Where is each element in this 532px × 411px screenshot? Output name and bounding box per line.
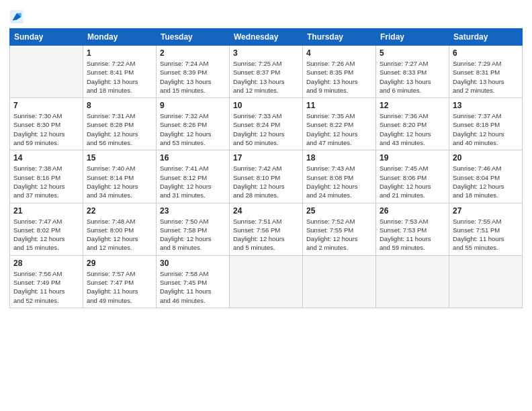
- day-info: Sunrise: 7:33 AMSunset: 8:24 PMDaylight:…: [233, 111, 299, 147]
- day-info: Sunrise: 7:32 AMSunset: 8:26 PMDaylight:…: [160, 111, 226, 147]
- calendar-cell: 27Sunrise: 7:55 AMSunset: 7:51 PMDayligh…: [449, 203, 523, 255]
- calendar-cell: [449, 255, 523, 308]
- day-number: 25: [306, 206, 372, 216]
- calendar-cell: 25Sunrise: 7:52 AMSunset: 7:55 PMDayligh…: [303, 203, 376, 255]
- calendar-cell: 22Sunrise: 7:48 AMSunset: 8:00 PMDayligh…: [83, 203, 157, 255]
- calendar-cell: 15Sunrise: 7:40 AMSunset: 8:14 PMDayligh…: [83, 150, 157, 203]
- day-number: 1: [87, 48, 152, 58]
- weekday-friday: Friday: [376, 29, 449, 46]
- calendar-cell: 14Sunrise: 7:38 AMSunset: 8:16 PMDayligh…: [10, 150, 83, 203]
- calendar-cell: 16Sunrise: 7:41 AMSunset: 8:12 PMDayligh…: [157, 150, 230, 203]
- day-info: Sunrise: 7:51 AMSunset: 7:56 PMDaylight:…: [233, 217, 299, 253]
- day-info: Sunrise: 7:45 AMSunset: 8:06 PMDaylight:…: [380, 164, 445, 199]
- logo-icon: [9, 9, 24, 24]
- day-info: Sunrise: 7:46 AMSunset: 8:04 PMDaylight:…: [453, 164, 519, 199]
- calendar-cell: [376, 255, 449, 308]
- calendar-cell: 3Sunrise: 7:25 AMSunset: 8:37 PMDaylight…: [230, 46, 303, 98]
- day-number: 13: [453, 101, 519, 110]
- day-info: Sunrise: 7:58 AMSunset: 7:45 PMDaylight:…: [160, 269, 226, 305]
- day-number: 17: [233, 153, 299, 163]
- week-row-3: 14Sunrise: 7:38 AMSunset: 8:16 PMDayligh…: [10, 150, 523, 203]
- calendar-cell: 18Sunrise: 7:43 AMSunset: 8:08 PMDayligh…: [303, 150, 376, 203]
- day-number: 5: [380, 48, 445, 58]
- day-number: 11: [306, 101, 372, 110]
- weekday-tuesday: Tuesday: [157, 29, 230, 46]
- day-number: 22: [87, 206, 152, 216]
- day-number: 24: [233, 206, 299, 216]
- day-info: Sunrise: 7:36 AMSunset: 8:20 PMDaylight:…: [380, 111, 445, 147]
- weekday-saturday: Saturday: [449, 29, 523, 46]
- logo: [9, 9, 26, 24]
- day-info: Sunrise: 7:41 AMSunset: 8:12 PMDaylight:…: [160, 164, 226, 199]
- weekday-thursday: Thursday: [303, 29, 376, 46]
- day-info: Sunrise: 7:43 AMSunset: 8:08 PMDaylight:…: [306, 164, 372, 199]
- day-info: Sunrise: 7:24 AMSunset: 8:39 PMDaylight:…: [160, 59, 226, 95]
- day-number: 30: [160, 259, 226, 268]
- weekday-monday: Monday: [83, 29, 157, 46]
- calendar-cell: 21Sunrise: 7:47 AMSunset: 8:02 PMDayligh…: [10, 203, 83, 255]
- week-row-4: 21Sunrise: 7:47 AMSunset: 8:02 PMDayligh…: [10, 203, 523, 255]
- day-info: Sunrise: 7:35 AMSunset: 8:22 PMDaylight:…: [306, 111, 372, 147]
- day-number: 4: [306, 48, 372, 58]
- day-info: Sunrise: 7:22 AMSunset: 8:41 PMDaylight:…: [87, 59, 152, 95]
- calendar-cell: 7Sunrise: 7:30 AMSunset: 8:30 PMDaylight…: [10, 98, 83, 150]
- day-info: Sunrise: 7:37 AMSunset: 8:18 PMDaylight:…: [453, 111, 519, 147]
- calendar-cell: [303, 255, 376, 308]
- day-number: 21: [13, 206, 79, 216]
- day-info: Sunrise: 7:30 AMSunset: 8:30 PMDaylight:…: [13, 111, 79, 147]
- calendar-cell: 30Sunrise: 7:58 AMSunset: 7:45 PMDayligh…: [157, 255, 230, 308]
- calendar-cell: 26Sunrise: 7:53 AMSunset: 7:53 PMDayligh…: [376, 203, 449, 255]
- day-number: 3: [233, 48, 299, 58]
- calendar-cell: 23Sunrise: 7:50 AMSunset: 7:58 PMDayligh…: [157, 203, 230, 255]
- week-row-1: 1Sunrise: 7:22 AMSunset: 8:41 PMDaylight…: [10, 46, 523, 98]
- day-info: Sunrise: 7:26 AMSunset: 8:35 PMDaylight:…: [306, 59, 372, 95]
- day-info: Sunrise: 7:25 AMSunset: 8:37 PMDaylight:…: [233, 59, 299, 95]
- calendar-cell: 11Sunrise: 7:35 AMSunset: 8:22 PMDayligh…: [303, 98, 376, 150]
- weekday-header-row: SundayMondayTuesdayWednesdayThursdayFrid…: [10, 29, 523, 46]
- day-info: Sunrise: 7:31 AMSunset: 8:28 PMDaylight:…: [87, 111, 152, 147]
- calendar-cell: 13Sunrise: 7:37 AMSunset: 8:18 PMDayligh…: [449, 98, 523, 150]
- page-header: [9, 7, 523, 24]
- calendar-cell: 28Sunrise: 7:56 AMSunset: 7:49 PMDayligh…: [10, 255, 83, 308]
- day-info: Sunrise: 7:50 AMSunset: 7:58 PMDaylight:…: [160, 217, 226, 253]
- calendar-cell: 17Sunrise: 7:42 AMSunset: 8:10 PMDayligh…: [230, 150, 303, 203]
- day-number: 12: [380, 101, 445, 110]
- day-number: 6: [453, 48, 519, 58]
- day-info: Sunrise: 7:52 AMSunset: 7:55 PMDaylight:…: [306, 217, 372, 253]
- day-number: 2: [160, 48, 226, 58]
- week-row-2: 7Sunrise: 7:30 AMSunset: 8:30 PMDaylight…: [10, 98, 523, 150]
- calendar-cell: 20Sunrise: 7:46 AMSunset: 8:04 PMDayligh…: [449, 150, 523, 203]
- day-number: 28: [13, 259, 79, 268]
- day-info: Sunrise: 7:38 AMSunset: 8:16 PMDaylight:…: [13, 164, 79, 199]
- day-info: Sunrise: 7:42 AMSunset: 8:10 PMDaylight:…: [233, 164, 299, 199]
- day-info: Sunrise: 7:53 AMSunset: 7:53 PMDaylight:…: [380, 217, 445, 253]
- day-number: 14: [13, 153, 79, 163]
- day-number: 20: [453, 153, 519, 163]
- day-info: Sunrise: 7:40 AMSunset: 8:14 PMDaylight:…: [87, 164, 152, 199]
- week-row-5: 28Sunrise: 7:56 AMSunset: 7:49 PMDayligh…: [10, 255, 523, 308]
- calendar-cell: 5Sunrise: 7:27 AMSunset: 8:33 PMDaylight…: [376, 46, 449, 98]
- day-number: 7: [13, 101, 79, 110]
- calendar-cell: 29Sunrise: 7:57 AMSunset: 7:47 PMDayligh…: [83, 255, 157, 308]
- calendar-cell: 6Sunrise: 7:29 AMSunset: 8:31 PMDaylight…: [449, 46, 523, 98]
- calendar-cell: 8Sunrise: 7:31 AMSunset: 8:28 PMDaylight…: [83, 98, 157, 150]
- calendar-cell: [230, 255, 303, 308]
- day-info: Sunrise: 7:56 AMSunset: 7:49 PMDaylight:…: [13, 269, 79, 305]
- weekday-wednesday: Wednesday: [230, 29, 303, 46]
- day-number: 15: [87, 153, 152, 163]
- calendar-cell: 2Sunrise: 7:24 AMSunset: 8:39 PMDaylight…: [157, 46, 230, 98]
- day-number: 23: [160, 206, 226, 216]
- day-number: 29: [87, 259, 152, 268]
- calendar-cell: 12Sunrise: 7:36 AMSunset: 8:20 PMDayligh…: [376, 98, 449, 150]
- day-number: 27: [453, 206, 519, 216]
- calendar-cell: 1Sunrise: 7:22 AMSunset: 8:41 PMDaylight…: [83, 46, 157, 98]
- day-info: Sunrise: 7:29 AMSunset: 8:31 PMDaylight:…: [453, 59, 519, 95]
- calendar-cell: 19Sunrise: 7:45 AMSunset: 8:06 PMDayligh…: [376, 150, 449, 203]
- day-info: Sunrise: 7:57 AMSunset: 7:47 PMDaylight:…: [87, 269, 152, 305]
- calendar-table: SundayMondayTuesdayWednesdayThursdayFrid…: [9, 28, 523, 308]
- day-info: Sunrise: 7:55 AMSunset: 7:51 PMDaylight:…: [453, 217, 519, 253]
- calendar-cell: 4Sunrise: 7:26 AMSunset: 8:35 PMDaylight…: [303, 46, 376, 98]
- calendar-cell: 10Sunrise: 7:33 AMSunset: 8:24 PMDayligh…: [230, 98, 303, 150]
- calendar-cell: 9Sunrise: 7:32 AMSunset: 8:26 PMDaylight…: [157, 98, 230, 150]
- calendar-cell: [10, 46, 83, 98]
